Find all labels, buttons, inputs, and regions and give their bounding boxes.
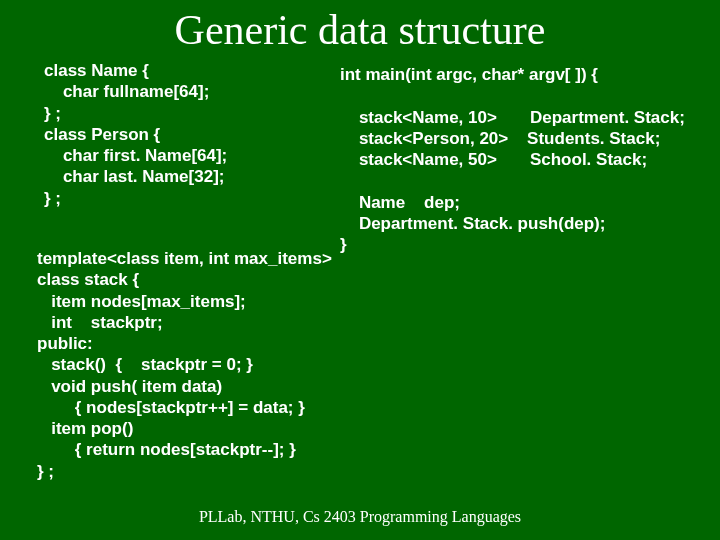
slide: Generic data structure class Name { char… (0, 0, 720, 540)
code-block-template: template<class item, int max_items> clas… (37, 248, 332, 482)
slide-title: Generic data structure (0, 0, 720, 60)
code-block-classes: class Name { char fullname[64]; } ; clas… (44, 60, 227, 209)
slide-footer: PLLab, NTHU, Cs 2403 Programming Languag… (0, 508, 720, 526)
slide-content: class Name { char fullname[64]; } ; clas… (0, 60, 720, 490)
code-block-main: int main(int argc, char* argv[ ]) { stac… (340, 64, 685, 255)
